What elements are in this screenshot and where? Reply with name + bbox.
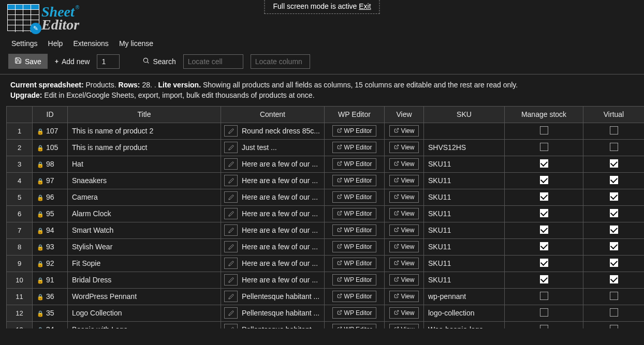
view-button[interactable]: View [389, 142, 419, 153]
save-button[interactable]: Save [8, 54, 48, 69]
wp-editor-button[interactable]: WP Editor [332, 291, 377, 302]
view-button[interactable]: View [389, 158, 419, 170]
sku-cell[interactable]: SKU11 [424, 156, 505, 172]
header-manage[interactable]: Manage stock [505, 106, 583, 123]
virtual-checkbox[interactable] [610, 308, 618, 317]
id-cell[interactable]: 🔒94 [33, 222, 68, 238]
title-cell[interactable]: Bridal Dress [68, 272, 221, 288]
id-cell[interactable]: 🔒97 [33, 172, 68, 189]
virtual-checkbox[interactable] [610, 275, 618, 283]
title-cell[interactable]: Alarm Clock [68, 205, 221, 222]
menu-extensions[interactable]: Extensions [73, 39, 108, 48]
header-sku[interactable]: SKU [424, 106, 505, 123]
wp-editor-button[interactable]: WP Editor [332, 241, 377, 252]
search-button[interactable]: Search [140, 55, 178, 68]
manage-stock-checkbox[interactable] [540, 275, 548, 283]
virtual-checkbox[interactable] [610, 209, 618, 217]
sku-cell[interactable]: SHVS12HS [424, 139, 505, 156]
content-cell-wrap[interactable]: Here are a few of our ... [221, 205, 325, 222]
virtual-checkbox[interactable] [610, 259, 618, 267]
id-cell[interactable]: 🔒91 [33, 272, 68, 288]
sku-cell[interactable]: SKU11 [424, 255, 505, 272]
manage-stock-checkbox[interactable] [540, 226, 548, 234]
sku-cell[interactable] [424, 123, 505, 139]
wp-editor-button[interactable]: WP Editor [332, 224, 377, 236]
header-content[interactable]: Content [221, 106, 325, 123]
edit-content-button[interactable] [224, 125, 238, 137]
title-cell[interactable]: Fit Sopie [68, 255, 221, 272]
title-cell[interactable]: Logo Collection [68, 305, 221, 321]
content-cell-wrap[interactable]: Just test ... [221, 139, 325, 156]
menu-settings[interactable]: Settings [11, 39, 38, 48]
rownum-cell[interactable]: 1 [7, 123, 33, 139]
edit-content-button[interactable] [224, 175, 238, 186]
view-button[interactable]: View [389, 307, 419, 319]
content-cell-wrap[interactable]: Round neck dress 85c... [221, 123, 325, 139]
manage-stock-checkbox[interactable] [540, 259, 548, 267]
edit-content-button[interactable] [224, 142, 238, 153]
title-cell[interactable]: Stylish Wear [68, 238, 221, 255]
virtual-checkbox[interactable] [610, 325, 618, 328]
wp-editor-button[interactable]: WP Editor [332, 307, 377, 319]
header-title[interactable]: Title [68, 106, 221, 123]
title-cell[interactable]: Hat [68, 156, 221, 172]
edit-content-button[interactable] [224, 191, 238, 203]
virtual-checkbox[interactable] [610, 143, 618, 151]
id-cell[interactable]: 🔒92 [33, 255, 68, 272]
sku-cell[interactable]: SKU11 [424, 172, 505, 189]
virtual-checkbox[interactable] [610, 292, 618, 300]
sku-cell[interactable]: logo-collection [424, 305, 505, 321]
edit-content-button[interactable] [224, 208, 238, 219]
view-button[interactable]: View [389, 274, 419, 286]
edit-content-button[interactable] [224, 241, 238, 252]
title-cell[interactable]: Smart Watch [68, 222, 221, 238]
content-cell-wrap[interactable]: Pellentesque habitant ... [221, 288, 325, 305]
title-cell[interactable]: Beanie with Logo [68, 321, 221, 328]
view-button[interactable]: View [389, 191, 419, 203]
title-cell[interactable]: This is name of product [68, 139, 221, 156]
id-cell[interactable]: 🔒36 [33, 288, 68, 305]
locate-column-input[interactable] [251, 54, 310, 69]
view-button[interactable]: View [389, 224, 419, 236]
virtual-checkbox[interactable] [610, 226, 618, 234]
rownum-cell[interactable]: 7 [7, 222, 33, 238]
rownum-cell[interactable]: 4 [7, 172, 33, 189]
view-button[interactable]: View [389, 241, 419, 252]
edit-content-button[interactable] [224, 158, 238, 170]
menu-help[interactable]: Help [48, 39, 63, 48]
wp-editor-button[interactable]: WP Editor [332, 258, 377, 269]
header-view[interactable]: View [385, 106, 424, 123]
virtual-checkbox[interactable] [610, 126, 618, 134]
rownum-cell[interactable]: 2 [7, 139, 33, 156]
add-new-button[interactable]: + Add new [53, 55, 92, 68]
manage-stock-checkbox[interactable] [540, 192, 548, 201]
wp-editor-button[interactable]: WP Editor [332, 125, 377, 137]
id-cell[interactable]: 🔒34 [33, 321, 68, 328]
header-id[interactable]: ID [33, 106, 68, 123]
edit-content-button[interactable] [224, 274, 238, 286]
sku-cell[interactable]: SKU11 [424, 189, 505, 205]
id-cell[interactable]: 🔒98 [33, 156, 68, 172]
rownum-cell[interactable]: 12 [7, 305, 33, 321]
edit-content-button[interactable] [224, 307, 238, 319]
wp-editor-button[interactable]: WP Editor [332, 142, 377, 153]
view-button[interactable]: View [389, 208, 419, 219]
virtual-checkbox[interactable] [610, 192, 618, 201]
id-cell[interactable]: 🔒93 [33, 238, 68, 255]
sku-cell[interactable]: SKU11 [424, 205, 505, 222]
title-cell[interactable]: Snaeakers [68, 172, 221, 189]
rownum-cell[interactable]: 3 [7, 156, 33, 172]
view-button[interactable]: View [389, 324, 419, 328]
virtual-checkbox[interactable] [610, 242, 618, 250]
content-cell-wrap[interactable]: Pellentesque habitant ... [221, 321, 325, 328]
rownum-cell[interactable]: 6 [7, 205, 33, 222]
id-cell[interactable]: 🔒105 [33, 139, 68, 156]
rownum-cell[interactable]: 13 [7, 321, 33, 328]
id-cell[interactable]: 🔒95 [33, 205, 68, 222]
header-virtual[interactable]: Virtual [583, 106, 645, 123]
rownum-cell[interactable]: 5 [7, 189, 33, 205]
page-number-input[interactable] [97, 54, 120, 69]
content-cell-wrap[interactable]: Here are a few of our ... [221, 172, 325, 189]
manage-stock-checkbox[interactable] [540, 292, 548, 300]
edit-content-button[interactable] [224, 224, 238, 236]
